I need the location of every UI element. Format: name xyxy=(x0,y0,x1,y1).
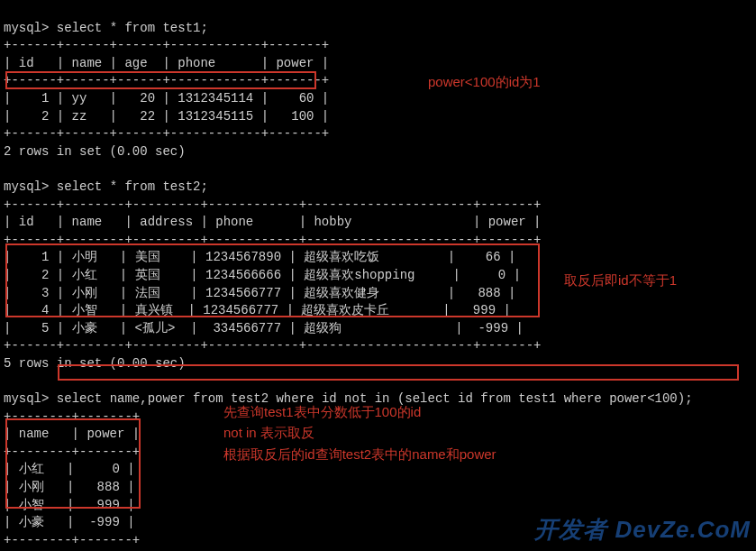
table2-row: | 4 | 小智 | 真兴镇 | 1234566777 | 超级喜欢皮卡丘 | … xyxy=(4,303,511,317)
table3-border: +--------+-------+ xyxy=(4,445,140,459)
table1-border: +------+------+------+------------+-----… xyxy=(4,126,329,141)
table1-header: | id | name | age | phone | power | xyxy=(4,56,329,70)
annotation-3: 先查询test1表中分数低于100的id not in 表示取反 根据取反后的i… xyxy=(223,401,496,464)
table2-border: +------+--------+---------+------------+… xyxy=(4,233,542,247)
query1: select * from test1; xyxy=(57,21,208,35)
watermark: 开发者 DevZe.CoM xyxy=(534,513,751,546)
table1-summary: 2 rows in set (0.00 sec) xyxy=(4,144,186,159)
table3-border: +--------+-------+ xyxy=(4,533,140,547)
table1-border: +------+------+------+------------+-----… xyxy=(4,38,329,52)
table3-row: | 小豪 | -999 | xyxy=(4,515,135,529)
table3-row: | 小智 | 999 | xyxy=(4,498,135,512)
table3-header: | name | power | xyxy=(4,427,140,441)
prompt: mysql> select * from test1; xyxy=(4,21,208,35)
table1-row: | 2 | zz | 22 | 1312345115 | 100 | xyxy=(4,109,329,124)
table1-row: | 1 | yy | 20 | 1312345114 | 60 | xyxy=(4,91,329,106)
table3-row: | 小刚 | 888 | xyxy=(4,480,135,494)
table2-row: | 1 | 小明 | 美国 | 1234567890 | 超级喜欢吃饭 | 66… xyxy=(4,250,515,264)
prompt: mysql> select * from test2; xyxy=(4,179,208,194)
table2-border: +------+--------+---------+------------+… xyxy=(4,338,542,353)
table3-row: | 小红 | 0 | xyxy=(4,462,135,476)
query2: select * from test2; xyxy=(57,179,208,194)
table3-border: +--------+-------+ xyxy=(4,409,140,424)
table2-header: | id | name | address | phone | hobby | … xyxy=(4,215,542,229)
annotation-1: power<100的id为1 xyxy=(428,72,541,91)
table2-row: | 2 | 小红 | 英国 | 1234566666 | 超级喜欢shoppin… xyxy=(4,268,521,282)
table1-border: +------+------+------+------------+-----… xyxy=(4,73,329,87)
table2-border: +------+--------+---------+------------+… xyxy=(4,197,542,212)
annotation-2: 取反后即id不等于1 xyxy=(564,271,677,289)
table2-summary: 5 rows in set (0.00 sec) xyxy=(4,356,186,371)
table2-row: | 3 | 小刚 | 法国 | 1234566777 | 超级喜欢健身 | 88… xyxy=(4,286,515,300)
table2-row: | 5 | 小豪 | <孤儿> | 334566777 | 超级狗 | -999… xyxy=(4,321,524,335)
